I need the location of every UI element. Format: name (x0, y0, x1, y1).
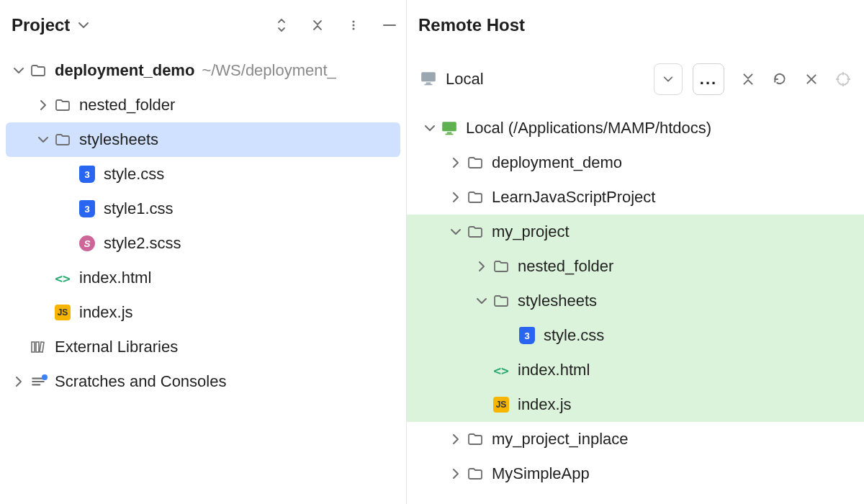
tree-item-remote-index-html[interactable]: <> index.html (407, 353, 864, 387)
monitor-icon (440, 119, 459, 138)
chevron-right-icon[interactable] (446, 464, 466, 484)
tree-item-remote-index-js[interactable]: JS index.js (407, 387, 864, 422)
tree-item-stylesheets[interactable]: stylesheets (6, 122, 400, 157)
folder-icon (466, 464, 485, 483)
crosshair-icon[interactable] (835, 71, 851, 87)
tree-item-deployment-demo[interactable]: deployment_demo (407, 145, 864, 180)
tree-item-label: stylesheets (518, 292, 597, 310)
chevron-down-icon[interactable] (420, 118, 440, 138)
more-options-icon[interactable] (346, 17, 361, 33)
js-file-icon: JS (492, 395, 510, 414)
tree-item-label: stylesheets (79, 130, 158, 149)
js-file-icon: JS (53, 303, 72, 322)
chevron-down-icon[interactable] (33, 130, 53, 150)
tree-item-index-html[interactable]: <> index.html (0, 261, 406, 295)
tree-item-scratches[interactable]: Scratches and Consoles (0, 364, 406, 399)
expand-collapse-icon[interactable] (274, 17, 289, 33)
folder-icon (492, 292, 510, 310)
hide-panel-icon[interactable] (382, 17, 397, 33)
tree-item-label: index.html (79, 269, 151, 287)
remote-host-selector-label: Local (446, 70, 484, 89)
folder-icon (53, 96, 72, 114)
chevron-down-icon[interactable] (472, 291, 492, 311)
scss-file-icon: S (78, 234, 96, 253)
chevron-right-icon[interactable] (33, 95, 53, 115)
folder-icon (492, 257, 510, 276)
chevron-right-icon[interactable] (446, 153, 466, 173)
tree-item-label: index.js (79, 303, 133, 322)
monitor-icon (420, 70, 438, 89)
tree-item-label: my_project_inplace (492, 430, 629, 449)
project-panel: Project deployment_demo ~/WS/deployment_ (0, 0, 407, 504)
tree-item-label: style.css (544, 326, 604, 345)
html-file-icon: <> (492, 361, 510, 379)
tree-item-remote-stylesheets[interactable]: stylesheets (407, 284, 864, 318)
tree-item-style-css[interactable]: 3 style.css (0, 157, 406, 192)
tree-item-label: style1.css (104, 199, 174, 218)
css-file-icon: 3 (78, 165, 96, 184)
tree-item-label: LearnJavaScriptProject (492, 188, 655, 207)
tree-item-label: Scratches and Consoles (55, 372, 226, 391)
chevron-right-icon[interactable] (472, 256, 492, 276)
collapse-all-icon[interactable] (740, 71, 756, 87)
remote-panel-header: Remote Host (407, 0, 864, 50)
chevron-right-icon[interactable] (446, 187, 466, 207)
folder-icon (466, 153, 485, 172)
tree-item-label: nested_folder (518, 257, 613, 276)
folder-icon (466, 430, 485, 449)
tree-item-my-project[interactable]: my_project (407, 215, 864, 249)
project-panel-title: Project (12, 15, 70, 35)
folder-icon (466, 188, 485, 207)
project-tree: deployment_demo ~/WS/deployment_ nested_… (0, 50, 406, 399)
tree-item-label: my_project (492, 222, 570, 241)
remote-host-selector[interactable]: Local (420, 70, 644, 89)
remote-host-panel: Remote Host Local ... Local (/Appli (407, 0, 864, 504)
scratches-icon (29, 372, 48, 391)
tree-item-label: External Libraries (55, 338, 178, 356)
folder-icon (53, 130, 72, 149)
remote-tree: Local (/Applications/MAMP/htdocs) deploy… (407, 108, 864, 491)
remote-host-dropdown-button[interactable] (654, 63, 683, 95)
chevron-down-icon[interactable] (446, 222, 466, 242)
tree-item-nested-folder[interactable]: nested_folder (0, 88, 406, 122)
project-root-name: deployment_demo (55, 61, 194, 80)
tree-item-my-project-inplace[interactable]: my_project_inplace (407, 422, 864, 456)
remote-panel-title: Remote Host (418, 15, 525, 35)
tree-item-external-libraries[interactable]: External Libraries (0, 330, 406, 364)
tree-item-remote-style-css[interactable]: 3 style.css (407, 318, 864, 353)
project-panel-header: Project (0, 0, 406, 50)
tree-item-learn-js[interactable]: LearnJavaScriptProject (407, 180, 864, 215)
tree-item-label: Local (/Applications/MAMP/htdocs) (466, 119, 711, 138)
tree-item-index-js[interactable]: JS index.js (0, 295, 406, 330)
tree-item-label: nested_folder (79, 96, 175, 114)
folder-icon (29, 61, 48, 80)
tree-item-style1-css[interactable]: 3 style1.css (0, 192, 406, 226)
close-icon[interactable] (804, 71, 819, 87)
chevron-down-icon[interactable] (76, 17, 91, 33)
tree-item-label: style.css (104, 165, 164, 184)
tree-item-style2-scss[interactable]: S style2.scss (0, 226, 406, 261)
library-icon (29, 338, 48, 356)
tree-item-mysimpleapp[interactable]: MySimpleApp (407, 456, 864, 491)
tree-item-project-root[interactable]: deployment_demo ~/WS/deployment_ (0, 53, 406, 88)
collapse-all-icon[interactable] (310, 17, 325, 33)
remote-toolbar: Local ... (407, 50, 864, 108)
tree-item-remote-root[interactable]: Local (/Applications/MAMP/htdocs) (407, 111, 864, 145)
html-file-icon: <> (53, 269, 72, 287)
refresh-icon[interactable] (772, 71, 788, 87)
chevron-down-icon[interactable] (9, 60, 29, 81)
project-root-path: ~/WS/deployment_ (202, 61, 336, 80)
chevron-right-icon[interactable] (446, 429, 466, 449)
tree-item-label: index.html (518, 361, 590, 379)
chevron-right-icon[interactable] (9, 372, 29, 392)
tree-item-label: MySimpleApp (492, 464, 590, 483)
folder-icon (466, 222, 485, 241)
css-file-icon: 3 (518, 326, 536, 345)
tree-item-label: deployment_demo (492, 153, 622, 172)
tree-item-label: style2.scss (104, 234, 181, 253)
browse-button[interactable]: ... (693, 63, 724, 95)
css-file-icon: 3 (78, 199, 96, 218)
tree-item-label: index.js (518, 395, 572, 414)
tree-item-remote-nested-folder[interactable]: nested_folder (407, 249, 864, 284)
